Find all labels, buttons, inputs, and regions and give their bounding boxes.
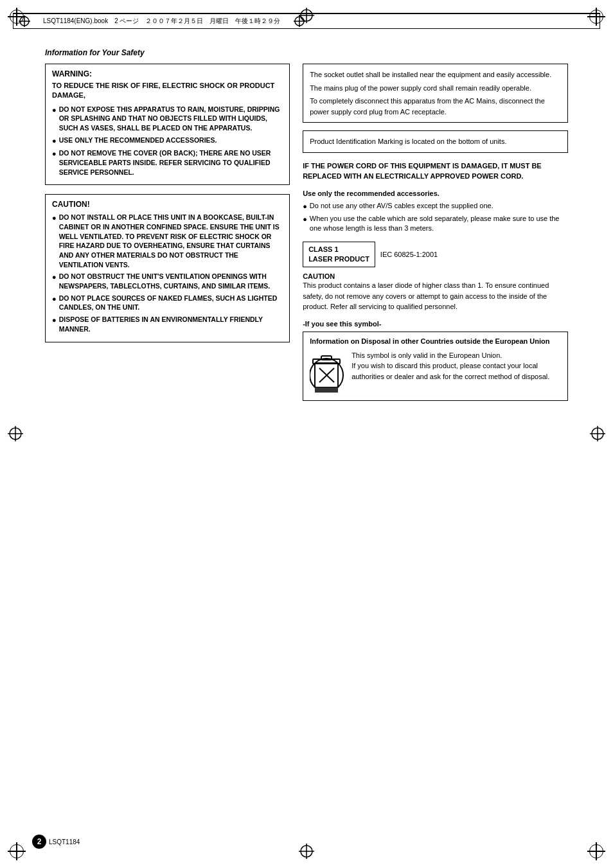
caution-dot-3: ● <box>52 294 57 312</box>
mid-mark-left <box>8 426 23 443</box>
header-bar: LSQT1184(ENG).book 2 ページ ２００７年２月５日 月曜日 午… <box>13 13 600 29</box>
disposal-icon <box>310 350 345 395</box>
accessories-section: Use only the recommended accessories. ● … <box>303 190 568 234</box>
trash-bin-icon <box>310 350 345 395</box>
caution-bullet-text-4: DISPOSE OF BATTERIES IN AN ENVIRONMENTAL… <box>59 315 283 333</box>
warning-bullet-2: ● USE ONLY THE RECOMMENDED ACCESSORIES. <box>52 136 283 146</box>
caution-dot-4: ● <box>52 315 57 333</box>
accessories-bullet-1: ● Do not use any other AV/S cables excep… <box>303 201 568 211</box>
laser-caution-title: CAUTION <box>303 272 568 280</box>
laser-iec: IEC 60825-1:2001 <box>380 251 438 258</box>
power-cord-text: IF THE POWER CORD OF THIS EQUIPMENT IS D… <box>303 161 568 182</box>
laser-class-box: CLASS 1 LASER PRODUCT <box>303 242 375 268</box>
laser-box: CLASS 1 LASER PRODUCT IEC 60825-1:2001 <box>303 242 568 268</box>
header-file-info: LSQT1184(ENG).book 2 ページ ２００７年２月５日 月曜日 午… <box>43 17 281 26</box>
caution-bullet-text-2: DO NOT OBSTRUCT THE UNIT'S VENTILATION O… <box>59 272 283 290</box>
section-title: Information for Your Safety <box>45 48 568 57</box>
socket-text-3: To completely disconnect this apparatus … <box>310 96 561 117</box>
warning-bullet-text-2: USE ONLY THE RECOMMENDED ACCESSORIES. <box>59 136 217 146</box>
warning-title: WARNING: <box>52 69 283 78</box>
accessories-bullet-2: ● When you use the cable which are sold … <box>303 214 568 234</box>
laser-caution-text: This product contains a laser diode of h… <box>303 280 568 312</box>
right-column: The socket outlet shall be installed nea… <box>303 64 568 401</box>
caution-bullet-4: ● DISPOSE OF BATTERIES IN AN ENVIRONMENT… <box>52 315 283 333</box>
caution-bullet-2: ● DO NOT OBSTRUCT THE UNIT'S VENTILATION… <box>52 272 283 290</box>
caution-bullet-text-1: DO NOT INSTALL OR PLACE THIS UNIT IN A B… <box>59 213 283 269</box>
svg-point-3 <box>592 428 603 439</box>
svg-rect-24 <box>315 387 338 393</box>
page-code: LSQT1184 <box>49 838 80 846</box>
left-column: WARNING: TO REDUCE THE RISK OF FIRE, ELE… <box>45 64 290 401</box>
warning-bullet-3: ● DO NOT REMOVE THE COVER (OR BACK); THE… <box>52 148 283 177</box>
caution-dot-2: ● <box>52 272 57 290</box>
page-number: 2 <box>32 835 46 849</box>
footer: 2 LSQT1184 <box>32 835 80 849</box>
svg-point-9 <box>301 846 312 857</box>
header-crosshair-icon <box>19 15 30 27</box>
symbol-section: -If you see this symbol- Information on … <box>303 320 568 401</box>
bullet-dot-icon-3: ● <box>52 149 57 177</box>
socket-text-2: The mains plug of the power supply cord … <box>310 83 561 94</box>
bullet-dot-icon: ● <box>52 105 57 133</box>
main-content: Information for Your Safety WARNING: TO … <box>13 42 600 407</box>
caution-bullet-1: ● DO NOT INSTALL OR PLACE THIS UNIT IN A… <box>52 213 283 269</box>
disposal-box: Information on Disposal in other Countri… <box>303 332 568 401</box>
mid-mark-bottom <box>299 844 314 860</box>
socket-box: The socket outlet shall be installed nea… <box>303 64 568 123</box>
laser-section: CLASS 1 LASER PRODUCT IEC 60825-1:2001 C… <box>303 242 568 312</box>
warning-bullet-text-1: DO NOT EXPOSE THIS APPARATUS TO RAIN, MO… <box>59 105 283 133</box>
warning-bullet-1: ● DO NOT EXPOSE THIS APPARATUS TO RAIN, … <box>52 105 283 133</box>
caution-dot-1: ● <box>52 213 57 269</box>
laser-product: LASER PRODUCT <box>308 254 369 264</box>
acc-bullet-text-1: Do not use any other AV/S cables except … <box>310 201 493 211</box>
disposal-title: Information on Disposal in other Countri… <box>310 337 561 345</box>
disposal-text-content: This symbol is only valid in the Europea… <box>351 351 549 380</box>
disposal-content: This symbol is only valid in the Europea… <box>310 350 561 395</box>
svg-point-0 <box>10 428 21 439</box>
header-crosshair-icon-right <box>294 15 305 27</box>
page-container: LSQT1184(ENG).book 2 ページ ２００７年２月５日 月曜日 午… <box>0 0 613 868</box>
warning-subtitle: TO REDUCE THE RISK OF FIRE, ELECTRIC SHO… <box>52 81 283 101</box>
bullet-dot-icon-2: ● <box>52 136 57 146</box>
laser-class: CLASS 1 <box>308 245 369 254</box>
caution-bullet-3: ● DO NOT PLACE SOURCES OF NAKED FLAMES, … <box>52 294 283 312</box>
disposal-text: This symbol is only valid in the Europea… <box>351 350 561 395</box>
socket-text-1: The socket outlet shall be installed nea… <box>310 69 561 80</box>
two-column-layout: WARNING: TO REDUCE THE RISK OF FIRE, ELE… <box>45 64 568 401</box>
reg-mark-bl <box>8 842 26 860</box>
acc-dot-1: ● <box>303 202 307 211</box>
reg-mark-br <box>587 842 605 860</box>
product-id-box: Product Identification Marking is locate… <box>303 130 568 153</box>
accessories-title: Use only the recommended accessories. <box>303 190 568 197</box>
acc-bullet-text-2: When you use the cable which are sold se… <box>310 214 568 234</box>
caution-box: CAUTION! ● DO NOT INSTALL OR PLACE THIS … <box>45 194 290 342</box>
symbol-intro: -If you see this symbol- <box>303 320 568 328</box>
warning-box: WARNING: TO REDUCE THE RISK OF FIRE, ELE… <box>45 64 290 185</box>
caution-title: CAUTION! <box>52 200 283 209</box>
caution-bullet-text-3: DO NOT PLACE SOURCES OF NAKED FLAMES, SU… <box>59 294 283 312</box>
warning-bullet-text-3: DO NOT REMOVE THE COVER (OR BACK); THERE… <box>59 148 283 177</box>
mid-mark-right <box>590 426 605 443</box>
product-id-text: Product Identification Marking is locate… <box>310 137 506 145</box>
acc-dot-2: ● <box>303 215 307 234</box>
